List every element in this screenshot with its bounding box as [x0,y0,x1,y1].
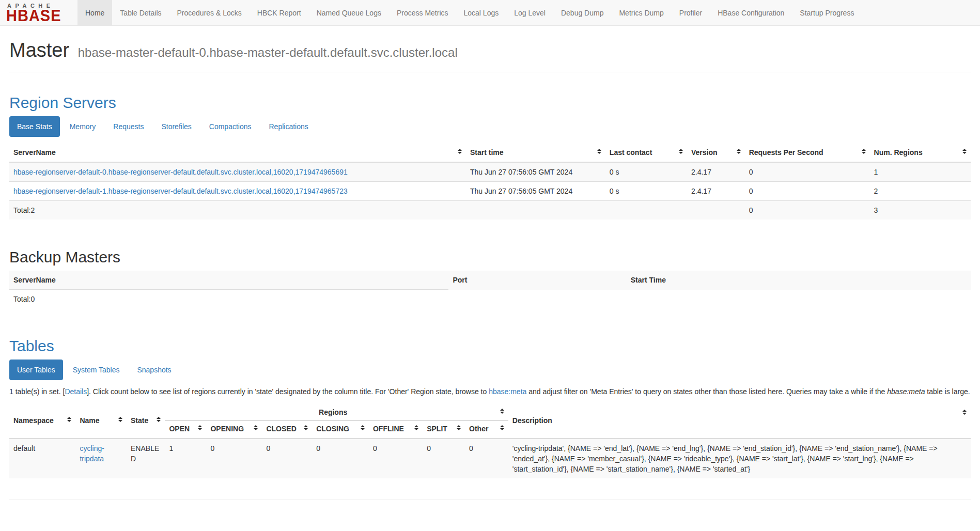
nav-item-named-queue-logs[interactable]: Named Queue Logs [309,0,389,25]
col-start-time[interactable]: Start time [466,143,605,162]
sort-icon [198,425,202,430]
nav-item-local-logs[interactable]: Local Logs [456,0,507,25]
open-count-link[interactable]: 1 [169,444,173,452]
col-description[interactable]: Description [508,403,971,439]
page-title: Master [9,39,69,61]
tab-requests[interactable]: Requests [105,116,151,137]
sort-icon [962,410,967,415]
col-requests-per-second[interactable]: Requests Per Second [745,143,870,162]
sort-icon [304,425,308,430]
col-state[interactable]: State [127,403,165,439]
details-link[interactable]: Details [65,387,87,396]
col-group-regions[interactable]: Regions [165,403,508,420]
tables-tabs: User Tables System Tables Snapshots [9,360,971,380]
namespace-cell: default [9,439,75,478]
col-split[interactable]: SPLIT [423,420,465,439]
nav-item-process-metrics[interactable]: Process Metrics [389,0,456,25]
sort-icon [737,149,741,154]
tab-compactions[interactable]: Compactions [201,116,259,137]
hbase-logo[interactable]: APACHE HBASE [0,0,77,25]
regionserver-row: hbase-regionserver-default-1.hbase-regio… [9,182,971,201]
sort-icon [597,149,601,154]
version-cell: 2.4.17 [687,182,745,201]
col-name[interactable]: Name [75,403,127,439]
description-cell: 'cycling-tripdata', {NAME => 'end_lat'},… [508,439,971,478]
total-label: Total:2 [9,201,466,220]
master-hostname: hbase-master-default-0.hbase-master-defa… [78,45,458,59]
sort-icon [361,425,365,430]
navbar-menu: Home Table Details Procedures & Locks HB… [77,0,862,25]
closed-cell: 0 [262,439,312,478]
col-open[interactable]: OPEN [165,420,206,439]
nav-item-home[interactable]: Home [77,0,112,25]
rps-cell: 0 [745,182,870,201]
backup-masters-header: ServerName Port Start Time [9,271,971,290]
tab-snapshots[interactable]: Snapshots [129,360,179,380]
col-last-contact[interactable]: Last contact [605,143,687,162]
region-servers-table: ServerName Start time Last contact Versi… [9,143,971,220]
col-num-regions[interactable]: Num. Regions [870,143,971,162]
user-tables-table: Namespace Name State Regions Description… [9,403,971,478]
col-closing[interactable]: CLOSING [312,420,369,439]
offline-cell: 0 [369,439,423,478]
col-version[interactable]: Version [687,143,745,162]
tab-storefiles[interactable]: Storefiles [153,116,199,137]
tab-base-stats[interactable]: Base Stats [9,116,60,137]
bottom-divider [9,499,971,499]
col-backup-port: Port [448,271,626,290]
sort-icon [67,417,71,422]
nav-item-log-level[interactable]: Log Level [506,0,553,25]
last-contact-cell: 0 s [605,162,687,182]
col-namespace[interactable]: Namespace [9,403,75,439]
table-row: default cycling-tripdata ENABLED 1 0 0 0… [9,439,971,478]
col-other[interactable]: Other [465,420,508,439]
nav-item-table-details[interactable]: Table Details [112,0,169,25]
tables-heading: Tables [9,337,971,354]
region-servers-heading: Region Servers [9,94,971,111]
nav-item-procedures-locks[interactable]: Procedures & Locks [169,0,250,25]
num-regions-cell: 2 [870,182,971,201]
col-backup-start-time: Start Time [627,271,971,290]
table-name-link[interactable]: cycling-tripdata [80,444,104,463]
col-opening[interactable]: OPENING [206,420,262,439]
split-cell: 0 [423,439,465,478]
top-navbar: APACHE HBASE Home Table Details Procedur… [0,0,980,26]
nav-item-metrics-dump[interactable]: Metrics Dump [611,0,671,25]
sort-icon [118,417,122,422]
logo-hbase-text: HBASE [6,8,70,24]
nav-item-profiler[interactable]: Profiler [672,0,710,25]
nav-item-debug-dump[interactable]: Debug Dump [553,0,612,25]
regionserver-link[interactable]: hbase-regionserver-default-0.hbase-regio… [13,168,348,176]
col-servername[interactable]: ServerName [9,143,466,162]
col-offline[interactable]: OFFLINE [369,420,423,439]
sort-icon [457,425,461,430]
tables-note: 1 table(s) in set. [Details]. Click coun… [9,386,971,397]
sort-icon [157,417,161,422]
num-regions-cell: 1 [870,162,971,182]
backup-masters-heading: Backup Masters [9,248,971,266]
sort-icon [254,425,258,430]
sort-icon [962,149,967,154]
sort-icon [500,409,504,414]
backup-total-row: Total:0 [9,290,971,309]
sort-icon [500,425,504,430]
col-closed[interactable]: CLOSED [262,420,312,439]
regionserver-row: hbase-regionserver-default-0.hbase-regio… [9,162,971,182]
start-time-cell: Thu Jun 27 07:56:05 GMT 2024 [466,162,605,182]
tab-memory[interactable]: Memory [62,116,104,137]
version-cell: 2.4.17 [687,162,745,182]
state-cell: ENABLED [127,439,165,478]
sort-icon [458,149,462,154]
hbase-meta-link[interactable]: hbase:meta [489,387,526,396]
tab-system-tables[interactable]: System Tables [65,360,128,380]
total-num-regions: 3 [870,201,971,220]
tab-replications[interactable]: Replications [261,116,316,137]
tab-user-tables[interactable]: User Tables [9,360,63,380]
nav-item-hbck-report[interactable]: HBCK Report [250,0,309,25]
rps-cell: 0 [745,162,870,182]
last-contact-cell: 0 s [605,182,687,201]
nav-item-startup-progress[interactable]: Startup Progress [792,0,862,25]
nav-item-hbase-configuration[interactable]: HBase Configuration [710,0,792,25]
regionserver-link[interactable]: hbase-regionserver-default-1.hbase-regio… [13,187,348,195]
page-header: Master hbase-master-default-0.hbase-mast… [9,39,971,72]
